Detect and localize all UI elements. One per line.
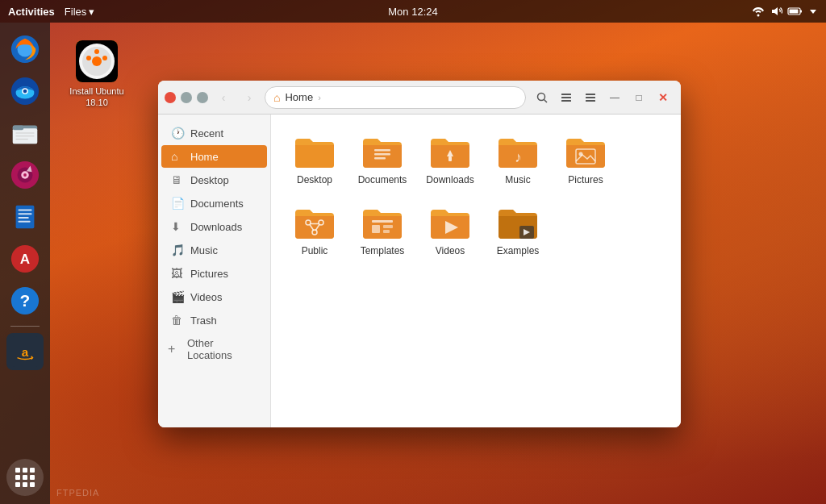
pictures-nav-icon: 🖼 — [171, 267, 184, 280]
dock-documents[interactable] — [6, 198, 44, 235]
show-applications-button[interactable] — [6, 459, 44, 496]
svg-rect-4 — [800, 10, 802, 13]
menu-icon — [585, 92, 596, 103]
svg-rect-22 — [18, 217, 28, 219]
sidebar-item-documents[interactable]: 📄 Documents — [161, 192, 267, 215]
sidebar-item-trash[interactable]: 🗑 Trash — [161, 309, 267, 331]
svg-marker-5 — [810, 10, 816, 14]
dock-music[interactable] — [6, 156, 44, 194]
sidebar-item-pictures[interactable]: 🖼 Pictures — [161, 262, 267, 285]
sidebar-item-videos[interactable]: 🎬 Videos — [161, 285, 267, 308]
main-content: 🕐 Recent ⌂ Home 🖥 Desktop 📄 Documents ⬇ … — [158, 115, 681, 427]
sidebar-item-desktop[interactable]: 🖥 Desktop — [161, 169, 267, 191]
minimize-window-button[interactable]: — — [603, 86, 626, 109]
install-ubuntu-icon[interactable]: Install Ubuntu18.10 — [65, 40, 129, 109]
menu-button[interactable] — [579, 86, 602, 109]
svg-rect-23 — [18, 221, 30, 223]
home-nav-icon: ⌂ — [171, 150, 184, 163]
sidebar-label-videos: Videos — [190, 291, 223, 303]
folder-templates-label: Templates — [361, 245, 405, 258]
dock-firefox[interactable] — [6, 31, 44, 68]
folder-videos-label: Videos — [436, 245, 465, 258]
sidebar-label-trash: Trash — [190, 314, 217, 327]
desktop-nav-icon: 🖥 — [171, 173, 184, 186]
folder-documents-label: Documents — [358, 174, 407, 187]
svg-rect-44 — [586, 100, 595, 102]
svg-rect-46 — [374, 149, 390, 152]
network-icon[interactable] — [752, 5, 765, 18]
folder-music-icon: ♪ — [497, 132, 539, 171]
battery-icon[interactable] — [787, 5, 803, 18]
svg-rect-48 — [374, 157, 386, 160]
list-view-icon — [561, 92, 572, 103]
toolbar-actions: — □ ✕ — [531, 86, 674, 109]
sidebar: 🕐 Recent ⌂ Home 🖥 Desktop 📄 Documents ⬇ … — [158, 115, 271, 427]
volume-icon[interactable] — [770, 5, 782, 18]
maximize-window-button[interactable]: □ — [628, 86, 650, 109]
folder-desktop[interactable]: Desktop — [284, 127, 345, 192]
sidebar-label-documents: Documents — [190, 198, 244, 210]
recent-icon: 🕐 — [171, 127, 184, 140]
folder-examples[interactable]: Examples — [487, 198, 549, 263]
sidebar-label-desktop: Desktop — [190, 174, 229, 186]
sidebar-item-other-locations[interactable]: + Other Locations — [158, 332, 270, 366]
dock-help[interactable]: ? — [6, 282, 44, 319]
add-location-icon: + — [168, 342, 181, 356]
downloads-nav-icon: ⬇ — [171, 220, 184, 233]
documents-nav-icon: 📄 — [171, 197, 184, 210]
forward-button[interactable]: › — [239, 87, 260, 108]
sidebar-item-recent[interactable]: 🕐 Recent — [161, 122, 267, 144]
svg-rect-61 — [372, 225, 380, 233]
activities-button[interactable]: Activities — [8, 6, 55, 18]
folder-examples-label: Examples — [497, 245, 540, 258]
svg-marker-1 — [772, 7, 778, 15]
folder-pictures-icon — [565, 132, 607, 171]
folder-desktop-icon — [294, 132, 336, 171]
svg-rect-40 — [561, 97, 571, 98]
folder-pictures[interactable]: Pictures — [555, 127, 616, 192]
dock-separator — [10, 326, 40, 327]
install-ubuntu-label: Install Ubuntu18.10 — [69, 85, 123, 109]
folder-music[interactable]: ♪ Music — [487, 127, 549, 192]
folder-templates[interactable]: Templates — [352, 198, 413, 263]
files-menu-arrow: ▾ — [89, 6, 94, 18]
dock-amazon[interactable]: a — [6, 333, 44, 370]
sidebar-label-music: Music — [190, 244, 218, 256]
folder-pictures-label: Pictures — [568, 174, 603, 187]
files-menu[interactable]: Files ▾ — [65, 6, 94, 18]
tray-dropdown-icon[interactable] — [808, 6, 818, 16]
svg-rect-50 — [448, 156, 452, 161]
file-manager-window: ‹ › ⌂ Home › — □ ✕ 🕐 — [158, 81, 681, 427]
svg-point-35 — [102, 56, 107, 60]
svg-rect-21 — [18, 213, 31, 215]
svg-rect-41 — [561, 100, 571, 102]
folder-videos[interactable]: Videos — [419, 198, 481, 263]
svg-line-38 — [544, 99, 548, 102]
list-view-button[interactable] — [555, 86, 578, 109]
folder-desktop-label: Desktop — [297, 174, 332, 187]
file-grid: Desktop Documents — [271, 115, 681, 427]
maximize-button[interactable] — [197, 92, 208, 103]
sidebar-item-home[interactable]: ⌂ Home — [161, 145, 267, 168]
folder-downloads[interactable]: Downloads — [419, 127, 481, 192]
search-button[interactable] — [531, 86, 553, 109]
sidebar-item-downloads[interactable]: ⬇ Downloads — [161, 215, 267, 238]
dock-files[interactable] — [6, 115, 44, 152]
sidebar-item-music[interactable]: 🎵 Music — [161, 239, 267, 261]
folder-documents[interactable]: Documents — [352, 127, 413, 192]
sidebar-label-downloads: Downloads — [190, 221, 242, 233]
sidebar-label-pictures: Pictures — [190, 268, 228, 280]
close-button[interactable] — [165, 92, 176, 103]
svg-point-33 — [92, 56, 102, 66]
install-ubuntu-image — [76, 40, 118, 82]
svg-rect-60 — [372, 220, 393, 223]
restore-button[interactable] — [181, 92, 192, 103]
svg-rect-45 — [295, 145, 334, 168]
location-bar[interactable]: ⌂ Home › — [265, 86, 526, 109]
back-button[interactable]: ‹ — [213, 87, 234, 108]
folder-public[interactable]: Public — [284, 198, 345, 263]
close-window-button[interactable]: ✕ — [652, 86, 674, 109]
dock-software-center[interactable]: A — [6, 240, 44, 277]
folder-documents-icon — [361, 132, 403, 171]
dock-thunderbird[interactable] — [6, 73, 44, 110]
